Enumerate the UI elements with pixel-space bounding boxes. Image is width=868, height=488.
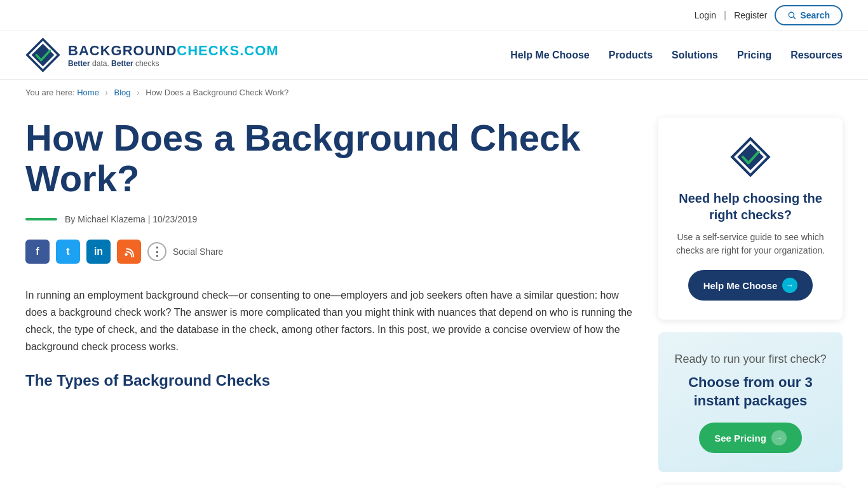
sidebar-logo-icon — [730, 137, 771, 177]
twitter-label: t — [66, 246, 69, 257]
tagline-data: data. — [92, 59, 109, 68]
sidebar-card-help: Need help choosing the right checks? Use… — [658, 118, 843, 320]
more-share-button[interactable]: ⋮ — [147, 242, 166, 261]
logo-name-blue: BACKGROUND — [68, 43, 177, 58]
login-link[interactable]: Login — [695, 10, 716, 20]
article-heading-1: The Types of Background Checks — [25, 368, 633, 394]
article-title: How Does a Background Check Work? — [25, 118, 633, 199]
sidebar-card2-subheading: Choose from our 3 instant packages — [674, 374, 827, 410]
breadcrumb-blog[interactable]: Blog — [114, 88, 131, 97]
more-icon: ⋮ — [151, 245, 163, 259]
article-author: By Michael Klazema | 10/23/2019 — [65, 214, 197, 224]
svg-point-0 — [789, 12, 794, 17]
svg-point-4 — [125, 253, 128, 256]
top-bar: Login | Register Search — [0, 0, 868, 31]
facebook-label: f — [36, 246, 39, 257]
nav-help-me-choose[interactable]: Help Me Choose — [510, 50, 589, 61]
help-me-choose-button[interactable]: Help Me Choose → — [688, 270, 813, 301]
breadcrumb-current: How Does a Background Check Work? — [146, 88, 288, 97]
breadcrumb-home[interactable]: Home — [77, 88, 99, 97]
svg-line-1 — [794, 17, 796, 19]
rss-icon[interactable] — [117, 240, 141, 264]
register-link[interactable]: Register — [734, 10, 767, 20]
header: BACKGROUNDCHECKS.COM Better data. Better… — [0, 31, 868, 80]
article-paragraph-1: In running an employment background chec… — [25, 287, 633, 356]
see-pricing-button[interactable]: See Pricing → — [699, 423, 802, 453]
search-label: Search — [800, 10, 830, 20]
social-share: f t in ⋮ Social Share — [25, 240, 633, 264]
linkedin-label: in — [94, 246, 103, 257]
social-label: Social Share — [173, 247, 223, 257]
logo-area: BACKGROUNDCHECKS.COM Better data. Better… — [25, 37, 279, 72]
help-me-choose-label: Help Me Choose — [703, 280, 778, 291]
breadcrumb: You are here: Home › Blog › How Does a B… — [0, 80, 868, 105]
sidebar: Need help choosing the right checks? Use… — [658, 118, 843, 488]
top-bar-links: Login | Register Search — [695, 5, 843, 25]
sidebar-card-report: Get your report instantly — [658, 485, 843, 488]
logo-tagline: Better data. Better checks — [68, 59, 279, 68]
meta-line — [25, 218, 57, 220]
nav-resources[interactable]: Resources — [790, 50, 843, 61]
rss-symbol — [123, 246, 135, 257]
logo-name: BACKGROUNDCHECKS.COM — [68, 43, 279, 59]
sidebar-card1-body: Use a self-service guide to see which ch… — [674, 231, 827, 257]
facebook-icon[interactable]: f — [25, 240, 50, 264]
twitter-icon[interactable]: t — [56, 240, 80, 264]
article: How Does a Background Check Work? By Mic… — [25, 118, 633, 488]
main-content: How Does a Background Check Work? By Mic… — [0, 105, 868, 488]
see-pricing-arrow: → — [771, 430, 787, 445]
nav-pricing[interactable]: Pricing — [737, 50, 771, 61]
article-meta: By Michael Klazema | 10/23/2019 — [25, 214, 633, 224]
nav-products[interactable]: Products — [609, 50, 653, 61]
separator: | — [724, 10, 726, 21]
see-pricing-label: See Pricing — [714, 433, 766, 444]
breadcrumb-sep2: › — [137, 88, 139, 97]
main-nav: Help Me Choose Products Solutions Pricin… — [510, 50, 843, 61]
logo-icon — [25, 37, 60, 72]
breadcrumb-prefix: You are here: — [25, 88, 75, 97]
logo-text: BACKGROUNDCHECKS.COM Better data. Better… — [68, 43, 279, 68]
nav-solutions[interactable]: Solutions — [672, 50, 718, 61]
tagline-better2: Better — [111, 59, 133, 68]
sidebar-card-pricing: Ready to run your first check? Choose fr… — [658, 332, 843, 472]
breadcrumb-sep1: › — [105, 88, 108, 97]
linkedin-icon[interactable]: in — [86, 240, 111, 264]
tagline-better1: Better — [68, 59, 90, 68]
help-me-choose-arrow: → — [782, 278, 797, 293]
logo-name-teal: CHECKS.COM — [177, 43, 278, 58]
search-icon — [787, 11, 796, 20]
sidebar-card1-heading: Need help choosing the right checks? — [674, 190, 827, 223]
article-body: In running an employment background chec… — [25, 287, 633, 395]
tagline-checks: checks — [135, 59, 159, 68]
search-button[interactable]: Search — [775, 5, 843, 25]
sidebar-card2-heading: Ready to run your first check? — [674, 351, 827, 367]
